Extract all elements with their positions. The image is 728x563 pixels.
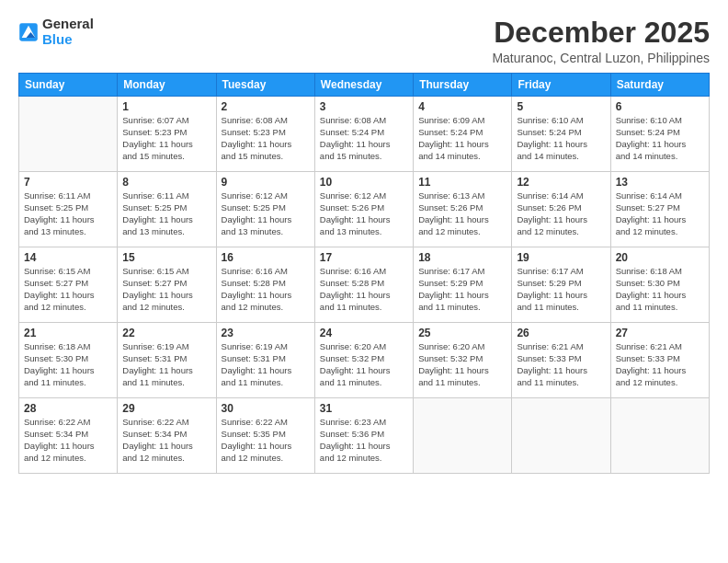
day-number: 21: [24, 327, 112, 339]
header-sunday: Sunday: [19, 74, 118, 97]
calendar-cell: 22Sunrise: 6:19 AMSunset: 5:31 PMDayligh…: [118, 323, 216, 398]
day-info: Sunrise: 6:11 AMSunset: 5:25 PMDaylight:…: [24, 190, 112, 237]
calendar-cell: 4Sunrise: 6:09 AMSunset: 5:24 PMDaylight…: [414, 97, 512, 172]
day-number: 14: [24, 251, 112, 264]
calendar-cell: 30Sunrise: 6:22 AMSunset: 5:35 PMDayligh…: [216, 398, 314, 474]
page: General Blue December 2025 Maturanoc, Ce…: [0, 0, 728, 563]
calendar-cell: 17Sunrise: 6:16 AMSunset: 5:28 PMDayligh…: [314, 247, 413, 323]
day-number: 13: [616, 176, 704, 189]
day-number: 4: [418, 100, 506, 113]
calendar-cell: 27Sunrise: 6:21 AMSunset: 5:33 PMDayligh…: [610, 323, 709, 398]
day-info: Sunrise: 6:08 AMSunset: 5:24 PMDaylight:…: [320, 115, 408, 162]
calendar-cell: 24Sunrise: 6:20 AMSunset: 5:32 PMDayligh…: [314, 323, 413, 398]
calendar-cell: 28Sunrise: 6:22 AMSunset: 5:34 PMDayligh…: [19, 398, 118, 474]
subtitle: Maturanoc, Central Luzon, Philippines: [492, 51, 710, 65]
day-number: 17: [320, 251, 408, 264]
calendar-cell: 13Sunrise: 6:14 AMSunset: 5:27 PMDayligh…: [610, 172, 709, 247]
calendar-cell: 18Sunrise: 6:17 AMSunset: 5:29 PMDayligh…: [414, 247, 512, 323]
day-info: Sunrise: 6:19 AMSunset: 5:31 PMDaylight:…: [122, 341, 210, 388]
day-number: 19: [517, 251, 605, 264]
day-info: Sunrise: 6:22 AMSunset: 5:34 PMDaylight:…: [24, 417, 112, 464]
day-number: 24: [320, 327, 408, 339]
day-number: 23: [222, 327, 310, 339]
calendar-cell: [512, 398, 610, 474]
calendar-cell: 20Sunrise: 6:18 AMSunset: 5:30 PMDayligh…: [610, 247, 709, 323]
calendar-cell: 14Sunrise: 6:15 AMSunset: 5:27 PMDayligh…: [19, 247, 118, 323]
day-number: 1: [122, 100, 210, 113]
day-number: 3: [320, 100, 408, 113]
day-number: 28: [24, 402, 112, 415]
title-block: December 2025 Maturanoc, Central Luzon, …: [492, 17, 710, 65]
calendar-week-row: 28Sunrise: 6:22 AMSunset: 5:34 PMDayligh…: [19, 398, 710, 474]
day-number: 9: [222, 176, 310, 189]
calendar-cell: 19Sunrise: 6:17 AMSunset: 5:29 PMDayligh…: [512, 247, 610, 323]
logo-line1: General: [42, 17, 94, 32]
day-info: Sunrise: 6:13 AMSunset: 5:26 PMDaylight:…: [418, 190, 506, 237]
day-info: Sunrise: 6:14 AMSunset: 5:26 PMDaylight:…: [517, 190, 605, 237]
day-info: Sunrise: 6:09 AMSunset: 5:24 PMDaylight:…: [418, 115, 506, 162]
calendar-cell: [414, 398, 512, 474]
day-info: Sunrise: 6:22 AMSunset: 5:34 PMDaylight:…: [122, 417, 210, 464]
logo: General Blue: [18, 17, 94, 47]
day-number: 18: [418, 251, 506, 264]
calendar-cell: 6Sunrise: 6:10 AMSunset: 5:24 PMDaylight…: [610, 97, 709, 172]
calendar-cell: 1Sunrise: 6:07 AMSunset: 5:23 PMDaylight…: [118, 97, 216, 172]
day-info: Sunrise: 6:08 AMSunset: 5:23 PMDaylight:…: [222, 115, 310, 162]
day-number: 7: [24, 176, 112, 189]
day-info: Sunrise: 6:17 AMSunset: 5:29 PMDaylight:…: [517, 266, 605, 313]
day-number: 25: [418, 327, 506, 339]
calendar-cell: 15Sunrise: 6:15 AMSunset: 5:27 PMDayligh…: [118, 247, 216, 323]
header-friday: Friday: [512, 74, 610, 97]
calendar-week-row: 7Sunrise: 6:11 AMSunset: 5:25 PMDaylight…: [19, 172, 710, 247]
day-info: Sunrise: 6:22 AMSunset: 5:35 PMDaylight:…: [222, 417, 310, 464]
day-info: Sunrise: 6:07 AMSunset: 5:23 PMDaylight:…: [122, 115, 210, 162]
calendar-cell: 10Sunrise: 6:12 AMSunset: 5:26 PMDayligh…: [314, 172, 413, 247]
calendar-header-row: SundayMondayTuesdayWednesdayThursdayFrid…: [19, 74, 710, 97]
header-thursday: Thursday: [414, 74, 512, 97]
calendar-week-row: 14Sunrise: 6:15 AMSunset: 5:27 PMDayligh…: [19, 247, 710, 323]
calendar-cell: 7Sunrise: 6:11 AMSunset: 5:25 PMDaylight…: [19, 172, 118, 247]
header-monday: Monday: [118, 74, 216, 97]
day-info: Sunrise: 6:10 AMSunset: 5:24 PMDaylight:…: [616, 115, 704, 162]
calendar-cell: 21Sunrise: 6:18 AMSunset: 5:30 PMDayligh…: [19, 323, 118, 398]
calendar-cell: 2Sunrise: 6:08 AMSunset: 5:23 PMDaylight…: [216, 97, 314, 172]
day-info: Sunrise: 6:19 AMSunset: 5:31 PMDaylight:…: [222, 341, 310, 388]
calendar-cell: [19, 97, 118, 172]
calendar-cell: 9Sunrise: 6:12 AMSunset: 5:25 PMDaylight…: [216, 172, 314, 247]
day-number: 8: [122, 176, 210, 189]
day-info: Sunrise: 6:10 AMSunset: 5:24 PMDaylight:…: [517, 115, 605, 162]
day-number: 26: [517, 327, 605, 339]
day-info: Sunrise: 6:21 AMSunset: 5:33 PMDaylight:…: [616, 341, 704, 388]
day-info: Sunrise: 6:14 AMSunset: 5:27 PMDaylight:…: [616, 190, 704, 237]
calendar-cell: 31Sunrise: 6:23 AMSunset: 5:36 PMDayligh…: [314, 398, 413, 474]
day-info: Sunrise: 6:17 AMSunset: 5:29 PMDaylight:…: [418, 266, 506, 313]
calendar-cell: 12Sunrise: 6:14 AMSunset: 5:26 PMDayligh…: [512, 172, 610, 247]
calendar-cell: 16Sunrise: 6:16 AMSunset: 5:28 PMDayligh…: [216, 247, 314, 323]
day-number: 16: [222, 251, 310, 264]
day-info: Sunrise: 6:15 AMSunset: 5:27 PMDaylight:…: [24, 266, 112, 313]
day-number: 22: [122, 327, 210, 339]
day-info: Sunrise: 6:18 AMSunset: 5:30 PMDaylight:…: [616, 266, 704, 313]
calendar-cell: [610, 398, 709, 474]
calendar-cell: 25Sunrise: 6:20 AMSunset: 5:32 PMDayligh…: [414, 323, 512, 398]
day-number: 27: [616, 327, 704, 339]
header-saturday: Saturday: [610, 74, 709, 97]
day-info: Sunrise: 6:11 AMSunset: 5:25 PMDaylight:…: [122, 190, 210, 237]
calendar-cell: 5Sunrise: 6:10 AMSunset: 5:24 PMDaylight…: [512, 97, 610, 172]
calendar-week-row: 1Sunrise: 6:07 AMSunset: 5:23 PMDaylight…: [19, 97, 710, 172]
day-number: 11: [418, 176, 506, 189]
calendar-week-row: 21Sunrise: 6:18 AMSunset: 5:30 PMDayligh…: [19, 323, 710, 398]
day-number: 2: [222, 100, 310, 113]
day-info: Sunrise: 6:15 AMSunset: 5:27 PMDaylight:…: [122, 266, 210, 313]
calendar-cell: 3Sunrise: 6:08 AMSunset: 5:24 PMDaylight…: [314, 97, 413, 172]
header: General Blue December 2025 Maturanoc, Ce…: [18, 17, 710, 65]
day-info: Sunrise: 6:18 AMSunset: 5:30 PMDaylight:…: [24, 341, 112, 388]
calendar-cell: 29Sunrise: 6:22 AMSunset: 5:34 PMDayligh…: [118, 398, 216, 474]
day-info: Sunrise: 6:21 AMSunset: 5:33 PMDaylight:…: [517, 341, 605, 388]
logo-icon: [18, 22, 39, 42]
day-number: 20: [616, 251, 704, 264]
month-title: December 2025: [492, 17, 710, 49]
header-wednesday: Wednesday: [314, 74, 413, 97]
calendar-cell: 23Sunrise: 6:19 AMSunset: 5:31 PMDayligh…: [216, 323, 314, 398]
calendar-cell: 11Sunrise: 6:13 AMSunset: 5:26 PMDayligh…: [414, 172, 512, 247]
